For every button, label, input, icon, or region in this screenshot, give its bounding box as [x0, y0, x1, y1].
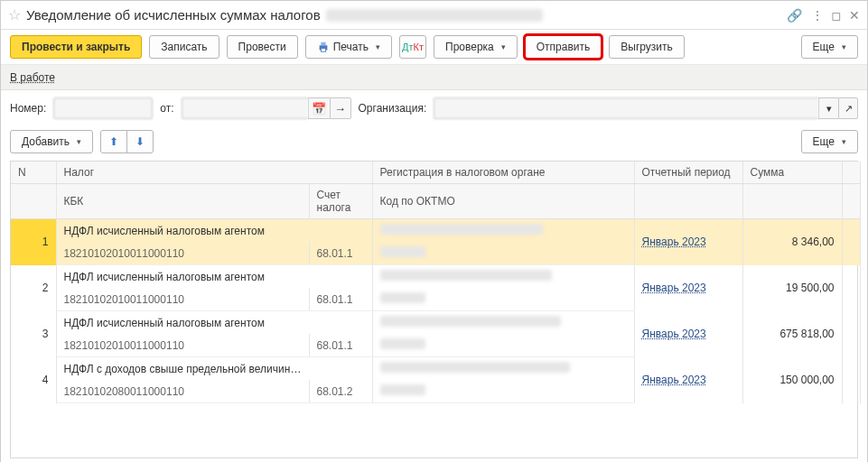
main-toolbar: Провести и закрыть Записать Провести Печ… — [1, 30, 867, 65]
table-row[interactable]: 1 НДФЛ исчисленный налоговым агентом Янв… — [11, 219, 860, 243]
cell-sum: 19 500,00 — [742, 265, 842, 311]
cell-nalog: НДФЛ исчисленный налоговым агентом — [56, 219, 372, 243]
cell-account: 68.01.1 — [309, 288, 372, 311]
cell-kbk: 18210102080011000110 — [56, 380, 309, 403]
th-nalog[interactable]: Налог — [56, 162, 372, 184]
link-icon[interactable]: 🔗 — [787, 8, 802, 23]
save-button[interactable]: Записать — [149, 35, 219, 59]
org-input[interactable] — [434, 97, 818, 119]
th-reg[interactable]: Регистрация в налоговом органе — [372, 162, 634, 184]
cell-sum: 8 346,00 — [742, 219, 842, 265]
title-extra-blurred — [326, 9, 543, 22]
print-button[interactable]: Печать — [305, 35, 392, 59]
date-input[interactable] — [182, 97, 308, 119]
org-field-wrap: ▾ ↗ — [434, 97, 858, 119]
arrow-up-icon: ⬆ — [109, 135, 118, 148]
period-link[interactable]: Январь 2023 — [642, 374, 706, 386]
print-icon — [317, 41, 330, 53]
cell-n: 2 — [11, 265, 56, 311]
cell-reg — [372, 219, 634, 243]
arrow-down-icon: ⬇ — [135, 135, 145, 148]
th-n[interactable]: N — [11, 162, 56, 184]
period-link[interactable]: Январь 2023 — [642, 282, 706, 294]
post-button[interactable]: Провести — [227, 35, 298, 59]
cell-sum: 675 818,00 — [742, 311, 842, 357]
date-field: 📅 → — [182, 97, 351, 119]
move-down-button[interactable]: ⬇ — [126, 130, 154, 153]
ot-label: от: — [160, 102, 173, 115]
move-up-button[interactable]: ⬆ — [100, 130, 127, 153]
send-button[interactable]: Отправить — [525, 35, 602, 59]
cell-nalog: НДФЛ с доходов свыше предельной величин… — [56, 357, 372, 381]
th-gutter — [842, 162, 860, 184]
period-link[interactable]: Январь 2023 — [642, 328, 706, 340]
in-work-link[interactable]: В работе — [10, 71, 55, 84]
cell-kbk: 18210102010011000110 — [56, 334, 309, 357]
th-period[interactable]: Отчетный период — [634, 162, 742, 184]
close-icon[interactable]: ✕ — [849, 8, 860, 23]
move-group: ⬆ ⬇ — [100, 130, 154, 153]
cell-account: 68.01.2 — [309, 380, 372, 403]
check-button[interactable]: Проверка — [434, 35, 518, 59]
table-row[interactable]: 4 НДФЛ с доходов свыше предельной величи… — [11, 357, 860, 381]
org-open-icon[interactable]: ↗ — [838, 97, 858, 119]
cell-period: Январь 2023 — [634, 311, 742, 357]
cell-reg — [372, 265, 634, 289]
cell-n: 1 — [11, 219, 56, 265]
th-oktmo[interactable]: Код по ОКТМО — [372, 184, 634, 219]
cell-reg — [372, 357, 634, 381]
compare-icon: ДтКт — [402, 42, 424, 52]
cell-nalog: НДФЛ исчисленный налоговым агентом — [56, 311, 372, 335]
th-sum[interactable]: Сумма — [742, 162, 842, 184]
cell-sum: 150 000,00 — [742, 357, 842, 403]
cell-period: Январь 2023 — [634, 265, 742, 311]
th-account[interactable]: Счет налога — [309, 184, 372, 219]
nav-right-icon[interactable]: → — [330, 97, 351, 119]
favorite-star-icon[interactable]: ☆ — [8, 6, 21, 23]
svg-rect-2 — [321, 49, 325, 52]
fields-row: Номер: от: 📅 → Организация: ▾ ↗ — [1, 90, 867, 126]
table-row[interactable]: 2 НДФЛ исчисленный налоговым агентом Янв… — [11, 265, 860, 289]
cell-oktmo — [372, 242, 634, 265]
table-more-button[interactable]: Еще — [801, 130, 858, 153]
more-button[interactable]: Еще — [801, 35, 858, 59]
cell-oktmo — [372, 380, 634, 403]
org-label: Организация: — [359, 102, 427, 115]
compare-button[interactable]: ДтКт — [399, 35, 426, 59]
titlebar: ☆ Уведомление об исчисленных суммах нало… — [1, 1, 867, 30]
kebab-menu-icon[interactable]: ⋮ — [811, 8, 824, 23]
cell-n: 4 — [11, 357, 56, 403]
export-button[interactable]: Выгрузить — [609, 35, 685, 59]
number-label: Номер: — [10, 102, 46, 115]
window-title: Уведомление об исчисленных суммах налого… — [26, 7, 321, 23]
post-and-close-button[interactable]: Провести и закрыть — [10, 35, 142, 59]
number-input[interactable] — [53, 97, 153, 119]
add-button[interactable]: Добавить — [10, 130, 93, 153]
cell-reg — [372, 311, 634, 335]
org-dropdown-icon[interactable]: ▾ — [818, 97, 838, 119]
status-bar: В работе — [1, 65, 867, 90]
cell-n: 3 — [11, 311, 56, 357]
table-row[interactable]: 3 НДФЛ исчисленный налоговым агентом Янв… — [11, 311, 860, 335]
cell-oktmo — [372, 334, 634, 357]
th-kbk[interactable]: КБК — [56, 184, 309, 219]
cell-account: 68.01.1 — [309, 242, 372, 265]
cell-nalog: НДФЛ исчисленный налоговым агентом — [56, 265, 372, 289]
cell-period: Январь 2023 — [634, 357, 742, 403]
cell-account: 68.01.1 — [309, 334, 372, 357]
svg-rect-1 — [321, 42, 325, 46]
calendar-icon[interactable]: 📅 — [308, 97, 330, 119]
data-table: N Налог Регистрация в налоговом органе О… — [10, 161, 858, 458]
window-minimize-icon[interactable]: □ — [833, 8, 840, 23]
cell-kbk: 18210102010011000110 — [56, 288, 309, 311]
cell-kbk: 18210102010011000110 — [56, 242, 309, 265]
cell-oktmo — [372, 288, 634, 311]
table-toolbar: Добавить ⬆ ⬇ Еще — [1, 126, 867, 161]
period-link[interactable]: Январь 2023 — [642, 236, 706, 248]
print-label: Печать — [333, 41, 369, 53]
cell-period: Январь 2023 — [634, 219, 742, 265]
